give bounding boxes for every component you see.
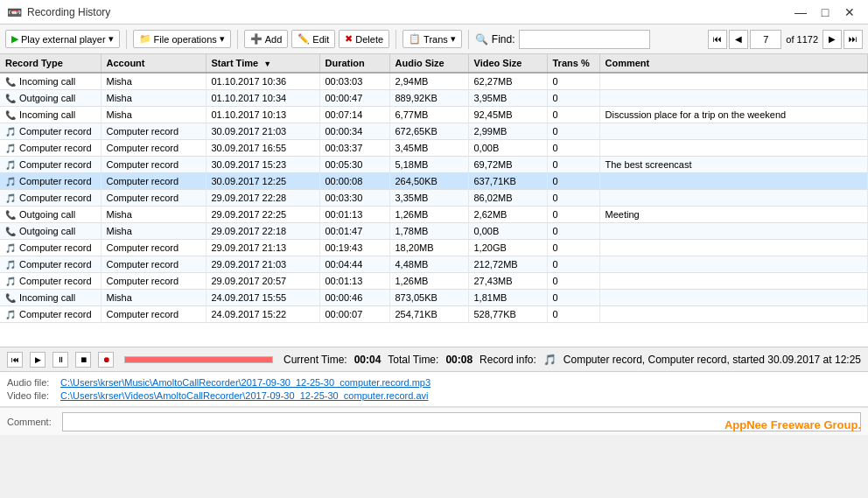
cell-record-type: 🎵Computer record	[0, 306, 101, 323]
nav-next-button[interactable]: ▶	[822, 30, 842, 49]
cell-start-time: 29.09.2017 21:03	[206, 256, 319, 273]
table-row[interactable]: 🎵Computer record Computer record 30.09.2…	[0, 173, 868, 190]
transport-skip-back-button[interactable]: ⏮	[7, 352, 23, 368]
cell-trans: 0	[547, 223, 599, 240]
delete-icon: ✖	[345, 33, 353, 45]
cell-start-time: 29.09.2017 22:28	[206, 190, 319, 207]
cell-video-size: 528,77KB	[468, 306, 547, 323]
trans-dropdown-icon: ▾	[451, 33, 456, 45]
col-audio-size[interactable]: Audio Size	[389, 54, 468, 73]
cell-comment	[599, 90, 868, 107]
cell-trans: 0	[547, 273, 599, 290]
col-comment[interactable]: Comment	[599, 54, 868, 73]
cell-trans: 0	[547, 290, 599, 306]
page-input[interactable]: 7	[750, 30, 781, 49]
transport-pause-button[interactable]: ⏸	[52, 352, 68, 368]
cell-video-size: 2,99MB	[468, 123, 547, 140]
cell-comment	[599, 123, 868, 140]
table-row[interactable]: 🎵Computer record Computer record 24.09.2…	[0, 306, 868, 323]
comment-label: Comment:	[7, 417, 55, 427]
delete-button[interactable]: ✖ Delete	[339, 30, 389, 48]
page-total: of 1172	[786, 34, 818, 45]
close-button[interactable]: ✕	[838, 4, 861, 20]
cell-duration: 00:00:34	[319, 123, 389, 140]
cell-audio-size: 1,26MB	[389, 273, 468, 290]
cell-start-time: 30.09.2017 16:55	[206, 140, 319, 157]
cell-audio-size: 18,20MB	[389, 240, 468, 256]
cell-record-type: 🎵Computer record	[0, 140, 101, 157]
col-start-time[interactable]: Start Time ▼	[206, 54, 319, 73]
table-row[interactable]: 📞Outgoing call Misha 29.09.2017 22:18 00…	[0, 223, 868, 240]
table-row[interactable]: 🎵Computer record Computer record 29.09.2…	[0, 256, 868, 273]
cell-duration: 00:01:13	[319, 273, 389, 290]
table-row[interactable]: 🎵Computer record Computer record 30.09.2…	[0, 140, 868, 157]
transport-record-button[interactable]: ⏺	[98, 352, 114, 368]
cell-record-type: 🎵Computer record	[0, 273, 101, 290]
cell-comment	[599, 190, 868, 207]
record-type-icon: 🎵	[5, 260, 16, 270]
maximize-button[interactable]: □	[814, 4, 836, 20]
cell-trans: 0	[547, 90, 599, 107]
cell-comment: Meeting	[599, 207, 868, 223]
table-row[interactable]: 📞Outgoing call Misha 01.10.2017 10:34 00…	[0, 90, 868, 107]
transport-stop-button[interactable]: ⏹	[75, 352, 91, 368]
cell-account: Computer record	[101, 256, 206, 273]
nav-prev-button[interactable]: ◀	[729, 30, 748, 49]
record-type-icon: 🎵	[5, 277, 16, 286]
video-file-row: Video file: C:\Users\krser\Videos\Amolto…	[7, 390, 861, 401]
nav-first-button[interactable]: ⏮	[708, 30, 727, 49]
table-row[interactable]: 🎵Computer record Computer record 29.09.2…	[0, 190, 868, 207]
col-duration[interactable]: Duration	[319, 54, 389, 73]
col-video-size[interactable]: Video Size	[468, 54, 547, 73]
cell-audio-size: 3,35MB	[389, 190, 468, 207]
edit-button[interactable]: ✏️ Edit	[291, 30, 335, 48]
toolbar: ▶ Play external player ▾ 📁 File operatio…	[0, 25, 868, 54]
cell-video-size: 212,72MB	[468, 256, 547, 273]
cell-audio-size: 6,77MB	[389, 107, 468, 123]
cell-start-time: 01.10.2017 10:34	[206, 90, 319, 107]
col-account[interactable]: Account	[101, 54, 206, 73]
find-icon: 🔍	[475, 33, 488, 46]
table-row[interactable]: 🎵Computer record Computer record 30.09.2…	[0, 157, 868, 173]
col-trans[interactable]: Trans %	[547, 54, 599, 73]
video-file-link[interactable]: C:\Users\krser\Videos\AmoltoCallRecorder…	[60, 390, 428, 401]
table-row[interactable]: 📞Incoming call Misha 01.10.2017 10:13 00…	[0, 107, 868, 123]
table-row[interactable]: 📞Incoming call Misha 24.09.2017 15:55 00…	[0, 290, 868, 306]
cell-video-size: 69,72MB	[468, 157, 547, 173]
find-label: Find:	[492, 33, 515, 46]
trans-button[interactable]: 📋 Trans ▾	[402, 30, 462, 48]
cell-comment	[599, 273, 868, 290]
play-external-player-button[interactable]: ▶ Play external player ▾	[5, 30, 120, 48]
col-record-type[interactable]: Record Type	[0, 54, 101, 73]
table-row[interactable]: 📞Outgoing call Misha 29.09.2017 22:25 00…	[0, 207, 868, 223]
table-row[interactable]: 🎵Computer record Computer record 30.09.2…	[0, 123, 868, 140]
transport-play-button[interactable]: ▶	[30, 352, 46, 368]
cell-start-time: 29.09.2017 22:25	[206, 207, 319, 223]
table-header-row: Record Type Account Start Time ▼ Duratio…	[0, 54, 868, 73]
audio-file-link[interactable]: C:\Users\krser\Music\AmoltoCallRecorder\…	[60, 377, 430, 388]
separator-4	[468, 30, 469, 49]
table-container[interactable]: Record Type Account Start Time ▼ Duratio…	[0, 54, 868, 347]
add-button[interactable]: ➕ Add	[244, 30, 289, 48]
cell-audio-size: 889,92KB	[389, 90, 468, 107]
cell-start-time: 29.09.2017 20:57	[206, 273, 319, 290]
cell-video-size: 637,71KB	[468, 173, 547, 190]
cell-video-size: 27,43MB	[468, 273, 547, 290]
file-ops-icon: 📁	[139, 33, 151, 45]
record-type-icon: 🎵	[5, 177, 16, 186]
cell-record-type: 🎵Computer record	[0, 256, 101, 273]
add-icon: ➕	[250, 33, 262, 45]
table-row[interactable]: 🎵Computer record Computer record 29.09.2…	[0, 273, 868, 290]
nav-last-button[interactable]: ⏭	[844, 30, 863, 49]
cell-trans: 0	[547, 256, 599, 273]
table-row[interactable]: 📞Incoming call Misha 01.10.2017 10:36 00…	[0, 73, 868, 90]
cell-start-time: 29.09.2017 21:13	[206, 240, 319, 256]
minimize-button[interactable]: —	[789, 4, 812, 20]
cell-audio-size: 4,48MB	[389, 256, 468, 273]
progress-bar[interactable]	[124, 356, 273, 363]
total-time-value: 00:08	[445, 354, 472, 366]
find-input[interactable]	[519, 30, 650, 49]
cell-account: Computer record	[101, 140, 206, 157]
file-operations-button[interactable]: 📁 File operations ▾	[133, 30, 231, 48]
table-row[interactable]: 🎵Computer record Computer record 29.09.2…	[0, 240, 868, 256]
